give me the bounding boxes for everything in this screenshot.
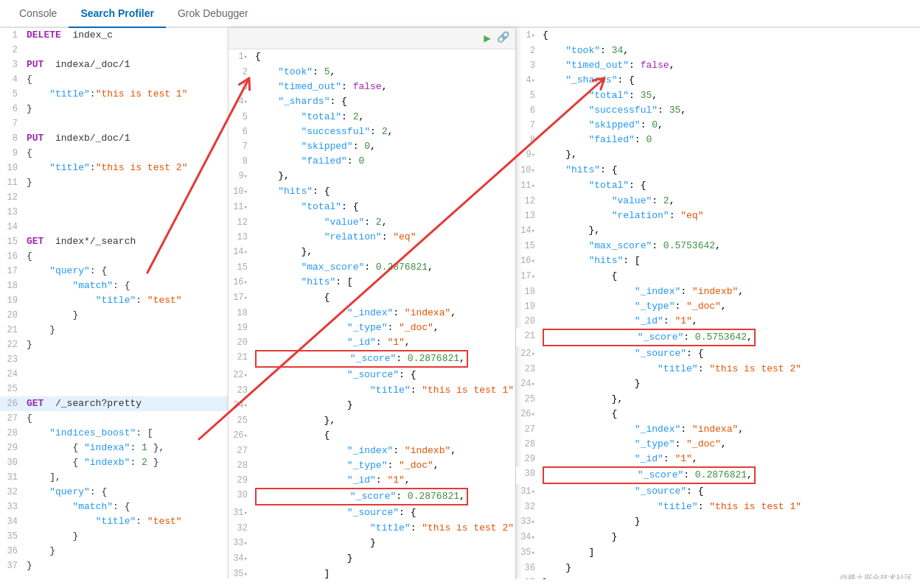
line-number: 6 xyxy=(0,102,24,116)
result-line-number: 30 xyxy=(229,488,252,505)
result-line-number: 1▾ xyxy=(516,28,540,43)
result-line-number: 21 xyxy=(516,329,540,346)
url-path: index_c xyxy=(72,29,113,41)
result-line-number: 10▾ xyxy=(516,163,540,178)
line-content: } xyxy=(24,544,228,559)
result-line-number: 26▾ xyxy=(229,428,252,444)
result-line-number: 15 xyxy=(516,239,540,253)
line-content xyxy=(24,205,228,220)
line-content: "query": { xyxy=(24,264,228,279)
result-line: 24▾ } xyxy=(229,398,515,413)
result-line: 35▾ ] xyxy=(229,567,515,579)
run-icon[interactable]: ▶ xyxy=(484,31,491,46)
editor-line: 27{ xyxy=(0,411,228,426)
result-line-number: 7 xyxy=(229,139,252,154)
line-number: 15 xyxy=(0,234,24,249)
result-line-content: "_source": { xyxy=(252,505,515,521)
url-path: index*/_search xyxy=(55,236,136,247)
result-line: 14▾ }, xyxy=(229,245,515,260)
result-line-number: 17▾ xyxy=(516,269,540,284)
result-line: 25 }, xyxy=(229,413,515,428)
result-line: 12 "value": 2, xyxy=(229,215,515,230)
editor-line: 16{ xyxy=(0,249,228,264)
result-line-content: ] xyxy=(252,567,515,579)
editor-line: 23 xyxy=(0,352,228,367)
line-content: { xyxy=(24,146,228,161)
result-line: 20 "_id": "1", xyxy=(516,314,920,329)
line-number: 31 xyxy=(0,470,24,485)
line-number: 9 xyxy=(0,146,24,161)
result-line-number: 8 xyxy=(229,154,252,169)
result-line: 24▾ } xyxy=(516,377,920,392)
result-line-number: 31▾ xyxy=(229,505,252,521)
result-line-content: "max_score": 0.2876821, xyxy=(252,260,515,275)
result-line: 34▾ } xyxy=(229,551,515,567)
score-highlight: "_score": 0.2876821, xyxy=(255,350,468,368)
line-content xyxy=(24,220,228,234)
result-line-content: { xyxy=(252,428,515,444)
result-line: 26▾ { xyxy=(516,407,920,422)
line-number: 32 xyxy=(0,485,24,500)
line-content: } xyxy=(24,308,228,323)
result-line-content: "successful": 2, xyxy=(252,125,515,139)
result-line: 21 "_score": 0.5753642, xyxy=(516,329,920,346)
result-line: 14▾ }, xyxy=(516,223,920,239)
editor-line: 32 "query": { xyxy=(0,485,228,500)
result-line: 10▾ "hits": { xyxy=(229,184,515,200)
result-line-number: 13 xyxy=(229,230,252,245)
result-line-number: 36 xyxy=(516,561,540,575)
result-line: 16▾ "hits": [ xyxy=(229,275,515,290)
line-content xyxy=(24,43,228,57)
panel-action-icons: ▶ 🔗 xyxy=(484,31,509,46)
editor-line: 28 "indices_boost": [ xyxy=(0,426,228,441)
result-line: 11▾ "total": { xyxy=(229,200,515,215)
line-number: 30 xyxy=(0,455,24,470)
result-line-content: }, xyxy=(540,147,920,163)
line-content: { "indexa": 1 }, xyxy=(24,441,228,455)
result-line: 31▾ "_source": { xyxy=(516,484,920,500)
result-line: 17▾ { xyxy=(229,290,515,306)
result-line-content: { xyxy=(252,290,515,306)
result-line: 27 "_index": "indexa", xyxy=(516,422,920,437)
result-line: 33▾ } xyxy=(516,514,920,530)
result-line-number: 35▾ xyxy=(229,567,252,579)
result-line: 30 "_score": 0.2876821, xyxy=(229,488,515,505)
line-number: 7 xyxy=(0,116,24,131)
result-line-number: 3 xyxy=(229,80,252,94)
result-line: 2 "took": 5, xyxy=(229,65,515,80)
tab-console[interactable]: Console xyxy=(7,0,69,28)
result-line: 27 "_index": "indexb", xyxy=(229,444,515,458)
result-line-content: { xyxy=(540,28,920,43)
result-line-content: "_score": 0.2876821, xyxy=(252,488,515,505)
result-line-number: 2 xyxy=(516,43,540,58)
line-number: 22 xyxy=(0,337,24,352)
result-line-content: "total": 2, xyxy=(252,110,515,125)
editor-line: 19 "title": "test" xyxy=(0,293,228,308)
result-line: 23 "title": "this is test 1" xyxy=(229,383,515,398)
result-line: 30 "_score": 0.2876821, xyxy=(516,466,920,484)
line-content: "indices_boost": [ xyxy=(24,426,228,441)
result-line: 4▾ "_shards": { xyxy=(516,73,920,88)
result-line-content: "title": "this is test 2" xyxy=(540,362,920,377)
line-content: "title":"this is test 1" xyxy=(24,87,228,102)
line-number: 18 xyxy=(0,279,24,293)
result-line: 6 "successful": 35, xyxy=(516,103,920,118)
tab-search-profiler[interactable]: Search Profiler xyxy=(69,0,166,28)
line-number: 27 xyxy=(0,411,24,426)
copy-icon[interactable]: 🔗 xyxy=(497,31,509,46)
result-line-number: 18 xyxy=(516,284,540,299)
result-line-content: }, xyxy=(252,413,515,428)
result-line-content: "timed_out": false, xyxy=(540,58,920,73)
result-line-content: "relation": "eq" xyxy=(252,230,515,245)
line-number: 20 xyxy=(0,308,24,323)
result-line: 9▾ }, xyxy=(516,147,920,163)
line-number: 3 xyxy=(0,57,24,72)
editor-line: 33 "match": { xyxy=(0,500,228,514)
editor-line: 21 } xyxy=(0,323,228,337)
result-line-number: 16▾ xyxy=(229,275,252,290)
editor-line: 9{ xyxy=(0,146,228,161)
tab-grok-debugger[interactable]: Grok Debugger xyxy=(166,0,260,28)
result-line-number: 21 xyxy=(229,350,252,368)
result-line: 3 "timed_out": false, xyxy=(229,80,515,94)
line-number: 21 xyxy=(0,323,24,337)
